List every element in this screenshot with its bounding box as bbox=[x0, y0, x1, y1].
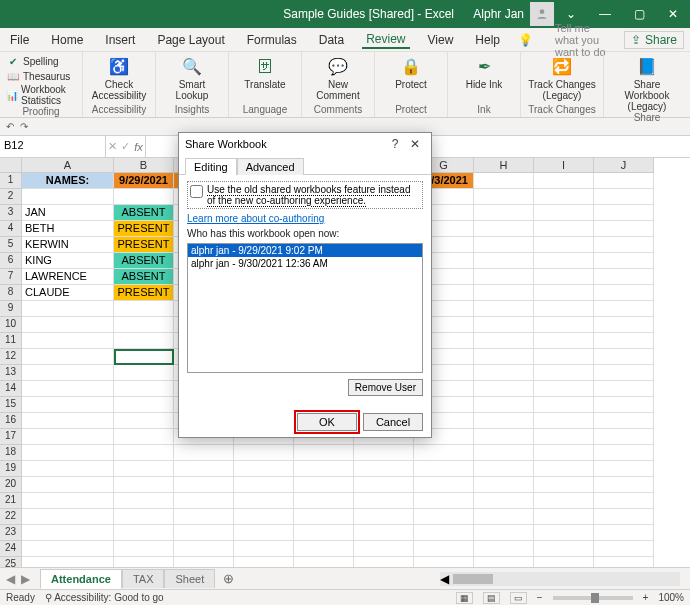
row-header[interactable]: 17 bbox=[0, 429, 22, 445]
cell[interactable]: JAN bbox=[22, 205, 114, 221]
cell[interactable] bbox=[414, 445, 474, 461]
cell[interactable] bbox=[414, 493, 474, 509]
cell[interactable] bbox=[114, 429, 174, 445]
add-sheet-icon[interactable]: ⊕ bbox=[215, 569, 242, 588]
cell[interactable] bbox=[594, 413, 654, 429]
cell[interactable] bbox=[534, 381, 594, 397]
cell[interactable]: ABSENT bbox=[114, 253, 174, 269]
cell[interactable] bbox=[414, 477, 474, 493]
cell[interactable] bbox=[22, 317, 114, 333]
cell[interactable] bbox=[474, 349, 534, 365]
scroll-left-icon[interactable]: ◀ bbox=[440, 572, 449, 586]
cell[interactable] bbox=[294, 541, 354, 557]
user-name[interactable]: Alphr Jan bbox=[467, 7, 530, 21]
cell[interactable] bbox=[114, 541, 174, 557]
cell[interactable] bbox=[474, 317, 534, 333]
tab-nav-left-icon[interactable]: ◀ bbox=[6, 572, 15, 586]
accessibility-status[interactable]: ⚲ Accessibility: Good to go bbox=[45, 592, 164, 603]
cell[interactable] bbox=[114, 445, 174, 461]
share-button[interactable]: ⇪Share bbox=[624, 31, 684, 49]
cell[interactable] bbox=[354, 493, 414, 509]
cell[interactable] bbox=[474, 301, 534, 317]
cell[interactable] bbox=[294, 493, 354, 509]
cell[interactable] bbox=[474, 493, 534, 509]
cell[interactable] bbox=[22, 445, 114, 461]
cell[interactable] bbox=[594, 509, 654, 525]
cell[interactable] bbox=[174, 477, 234, 493]
cell[interactable] bbox=[474, 397, 534, 413]
cell[interactable]: BETH bbox=[22, 221, 114, 237]
dialog-tab-editing[interactable]: Editing bbox=[185, 158, 237, 175]
cell[interactable]: PRESENT bbox=[114, 221, 174, 237]
row-header[interactable]: 24 bbox=[0, 541, 22, 557]
cell[interactable] bbox=[294, 509, 354, 525]
cell[interactable] bbox=[354, 541, 414, 557]
cell[interactable] bbox=[474, 237, 534, 253]
row-header[interactable]: 10 bbox=[0, 317, 22, 333]
dialog-close-icon[interactable]: ✕ bbox=[405, 137, 425, 151]
cell[interactable]: PRESENT bbox=[114, 237, 174, 253]
horizontal-scrollbar[interactable]: ◀ bbox=[440, 572, 680, 586]
cell[interactable] bbox=[474, 413, 534, 429]
tab-home[interactable]: Home bbox=[47, 31, 87, 49]
cell[interactable] bbox=[534, 429, 594, 445]
list-item[interactable]: alphr jan - 9/30/2021 12:36 AM bbox=[188, 257, 422, 270]
cell[interactable] bbox=[114, 477, 174, 493]
cell[interactable] bbox=[534, 477, 594, 493]
cell[interactable] bbox=[114, 381, 174, 397]
cell[interactable] bbox=[534, 237, 594, 253]
cell[interactable] bbox=[474, 253, 534, 269]
cell[interactable] bbox=[354, 477, 414, 493]
row-header[interactable]: 13 bbox=[0, 365, 22, 381]
remove-user-button[interactable]: Remove User bbox=[348, 379, 423, 396]
cell[interactable] bbox=[174, 509, 234, 525]
cell[interactable] bbox=[114, 525, 174, 541]
cell[interactable] bbox=[22, 397, 114, 413]
row-header[interactable]: 15 bbox=[0, 397, 22, 413]
cell[interactable] bbox=[354, 445, 414, 461]
coauthoring-link[interactable]: Learn more about co-authoring bbox=[187, 213, 423, 224]
cell[interactable] bbox=[114, 349, 174, 365]
scroll-thumb[interactable] bbox=[453, 574, 493, 584]
cell[interactable] bbox=[594, 333, 654, 349]
row-header[interactable]: 1 bbox=[0, 173, 22, 189]
cell[interactable] bbox=[22, 541, 114, 557]
cell[interactable] bbox=[114, 509, 174, 525]
cell[interactable] bbox=[534, 365, 594, 381]
cell[interactable]: KING bbox=[22, 253, 114, 269]
row-header[interactable]: 7 bbox=[0, 269, 22, 285]
tab-file[interactable]: File bbox=[6, 31, 33, 49]
column-header[interactable]: J bbox=[594, 158, 654, 173]
cell[interactable] bbox=[594, 461, 654, 477]
cell[interactable] bbox=[414, 461, 474, 477]
cancel-button[interactable]: Cancel bbox=[363, 413, 423, 431]
cell[interactable] bbox=[474, 285, 534, 301]
tab-view[interactable]: View bbox=[424, 31, 458, 49]
cell[interactable] bbox=[594, 429, 654, 445]
cell[interactable] bbox=[114, 301, 174, 317]
zoom-out-icon[interactable]: − bbox=[537, 592, 543, 603]
cell[interactable] bbox=[594, 189, 654, 205]
cell[interactable] bbox=[234, 461, 294, 477]
cell[interactable] bbox=[594, 285, 654, 301]
sheet-tab-sheet[interactable]: Sheet bbox=[164, 569, 215, 588]
tab-help[interactable]: Help bbox=[471, 31, 504, 49]
cell[interactable] bbox=[22, 349, 114, 365]
share-workbook-button[interactable]: 📘Share Workbook (Legacy) bbox=[610, 54, 684, 112]
cell[interactable] bbox=[174, 525, 234, 541]
cell[interactable] bbox=[114, 189, 174, 205]
cell[interactable] bbox=[594, 397, 654, 413]
cell[interactable] bbox=[174, 493, 234, 509]
cell[interactable] bbox=[474, 445, 534, 461]
cell[interactable] bbox=[594, 493, 654, 509]
row-header[interactable]: 16 bbox=[0, 413, 22, 429]
cell[interactable] bbox=[474, 205, 534, 221]
avatar[interactable] bbox=[530, 2, 554, 26]
cell[interactable] bbox=[22, 509, 114, 525]
name-box[interactable]: B12 bbox=[0, 136, 106, 157]
cell[interactable] bbox=[22, 477, 114, 493]
cell[interactable] bbox=[22, 381, 114, 397]
cell[interactable] bbox=[594, 477, 654, 493]
zoom-slider[interactable] bbox=[553, 596, 633, 600]
cell[interactable] bbox=[594, 349, 654, 365]
